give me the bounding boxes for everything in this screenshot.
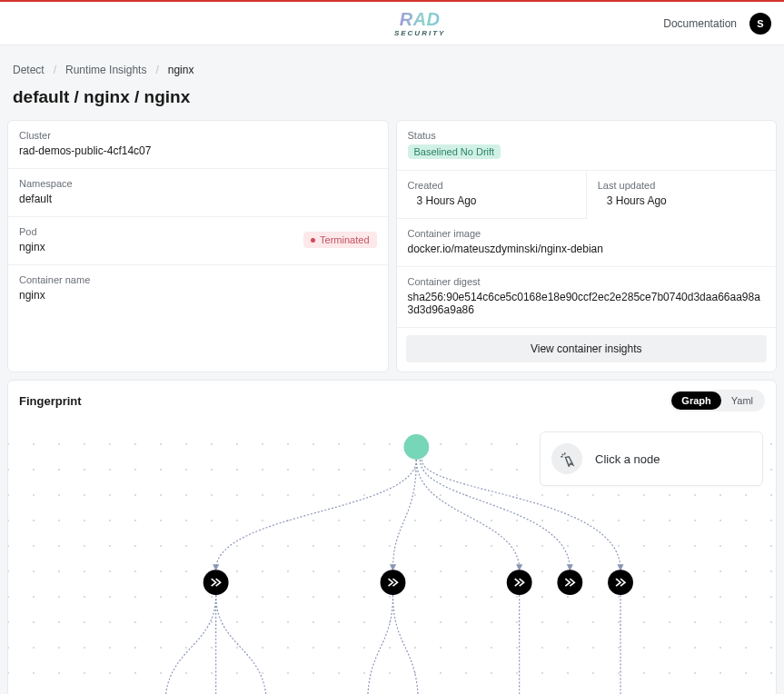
digest-value: sha256:90e514c6ce5c0168e18e90ccf2ec2e285… (408, 291, 766, 316)
breadcrumb-runtime-insights[interactable]: Runtime Insights (65, 64, 146, 76)
status-label: Status (408, 130, 766, 141)
fingerprint-card: Fingerprint Graph Yaml Click a node (7, 380, 777, 694)
logo-text-bottom: SECURITY (394, 29, 445, 37)
click-node-hint: Click a node (540, 431, 763, 486)
view-container-insights-button[interactable]: View container insights (406, 335, 768, 362)
cluster-label: Cluster (19, 130, 377, 141)
breadcrumb-current: nginx (168, 64, 194, 76)
cluster-value: rad-demos-public-4cf14c07 (19, 144, 377, 157)
page-body: Detect / Runtime Insights / nginx defaul… (0, 45, 784, 694)
graph-node[interactable] (608, 570, 633, 595)
cell-image: Container image docker.io/mateuszdyminsk… (397, 219, 777, 267)
breadcrumb-sep: / (54, 64, 56, 76)
fingerprint-title: Fingerprint (19, 394, 82, 408)
created-value: 3 Hours Ago (408, 194, 575, 207)
insights-button-row: View container insights (397, 328, 777, 372)
digest-label: Container digest (408, 276, 766, 287)
toggle-yaml[interactable]: Yaml (721, 392, 763, 410)
pod-value: nginx (19, 241, 45, 253)
graph-node[interactable] (203, 570, 229, 595)
graph-node[interactable] (507, 570, 532, 595)
page-title: default / nginx / nginx (5, 84, 779, 120)
cell-namespace: Namespace default (8, 169, 388, 217)
graph-node[interactable] (557, 570, 582, 595)
namespace-value: default (19, 193, 377, 205)
toggle-graph[interactable]: Graph (671, 392, 720, 410)
view-toggle: Graph Yaml (670, 390, 765, 411)
cell-created: Created 3 Hours Ago (397, 171, 587, 219)
cname-label: Container name (19, 274, 377, 285)
cursor-click-icon (551, 443, 582, 474)
cell-container-name: Container name nginx (8, 265, 388, 312)
breadcrumb: Detect / Runtime Insights / nginx (5, 51, 779, 84)
topbar-right: Documentation S (663, 13, 771, 35)
created-label: Created (408, 180, 575, 191)
detail-columns: Cluster rad-demos-public-4cf14c07 Namesp… (5, 120, 779, 372)
updated-value: 3 Hours Ago (598, 194, 765, 207)
graph-node[interactable] (381, 570, 406, 595)
click-node-text: Click a node (595, 452, 660, 466)
row-created-updated: Created 3 Hours Ago Last updated 3 Hours… (397, 171, 777, 219)
logo-text-top: RAD (400, 10, 441, 28)
graph-area[interactable]: Click a node (8, 421, 776, 694)
namespace-label: Namespace (19, 178, 377, 189)
topbar: RAD SECURITY Documentation S (0, 2, 784, 45)
logo[interactable]: RAD SECURITY (394, 10, 445, 37)
documentation-link[interactable]: Documentation (663, 17, 737, 30)
cell-pod: Pod nginx Terminated (8, 217, 388, 265)
fingerprint-header: Fingerprint Graph Yaml (8, 381, 776, 421)
image-label: Container image (408, 228, 766, 239)
breadcrumb-sep: / (155, 64, 158, 76)
breadcrumb-detect[interactable]: Detect (13, 64, 45, 76)
graph-root-node[interactable] (403, 434, 429, 460)
cell-digest: Container digest sha256:90e514c6ce5c0168… (397, 267, 777, 328)
pod-label: Pod (19, 226, 45, 237)
cname-value: nginx (19, 289, 377, 302)
updated-label: Last updated (598, 180, 765, 191)
status-badge-terminated: Terminated (303, 232, 376, 248)
image-value: docker.io/mateuszdyminski/nginx-debian (408, 243, 766, 255)
meta-card-left: Cluster rad-demos-public-4cf14c07 Namesp… (7, 120, 389, 372)
cell-updated: Last updated 3 Hours Ago (587, 171, 776, 219)
status-badge: Baselined No Drift (408, 144, 501, 159)
svg-rect-2 (410, 443, 422, 451)
cell-status: Status Baselined No Drift (397, 121, 777, 171)
cell-cluster: Cluster rad-demos-public-4cf14c07 (8, 121, 388, 169)
avatar[interactable]: S (749, 13, 771, 35)
meta-card-right: Status Baselined No Drift Created 3 Hour… (396, 120, 778, 372)
